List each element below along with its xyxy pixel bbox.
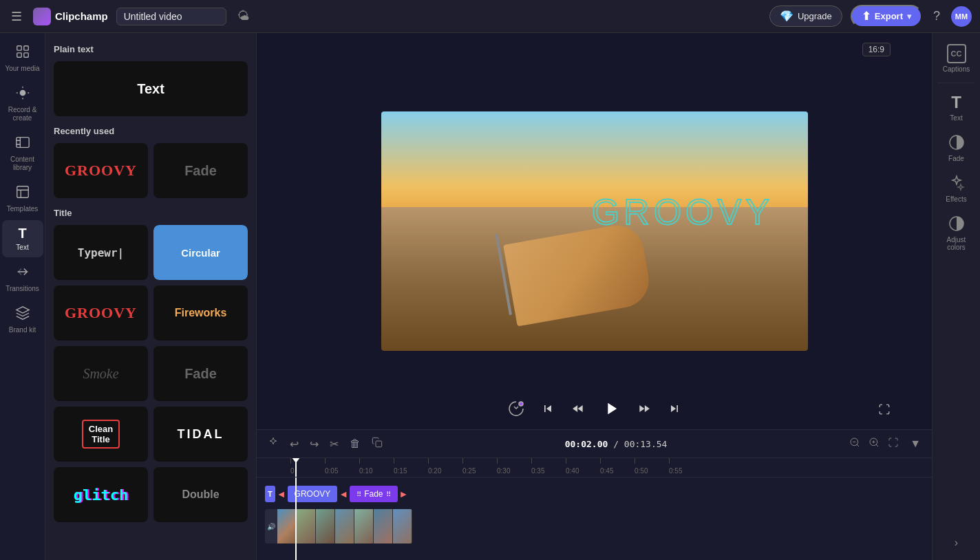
svg-rect-0 (17, 46, 21, 50)
fade-title-card[interactable]: Fade (153, 346, 248, 401)
fireworks-card[interactable]: Fireworks (153, 286, 248, 341)
timeline-ruler: 0 0:05 0:10 0:15 0:20 0:25 0:30 (257, 458, 932, 477)
timeline-time-display: 00:02.00 / 00:13.54 (391, 439, 841, 449)
preview-area: 16:9 GROOVY (257, 33, 932, 429)
redo-button[interactable]: ↪ (307, 436, 321, 452)
fit-to-screen-button[interactable] (885, 435, 902, 452)
left-arrow: ◄ (277, 488, 286, 499)
sidebar-item-label: Content library (5, 155, 41, 172)
templates-icon (15, 184, 30, 203)
svg-rect-2 (17, 53, 21, 57)
export-label: Export (875, 11, 903, 21)
export-dropdown-icon[interactable]: ▾ (907, 12, 911, 21)
export-icon: ⬆ (862, 10, 871, 23)
groovy-overlay-text: GROOVY (592, 191, 774, 233)
right-item-fade[interactable]: Fade (935, 129, 979, 168)
zoom-in-button[interactable] (866, 435, 882, 452)
weather-icon: 🌤 (237, 9, 250, 23)
glitch-card[interactable]: glitch (54, 467, 148, 522)
svg-rect-1 (23, 46, 28, 50)
logo-icon (33, 8, 51, 25)
sidebar-item-templates[interactable]: Templates (2, 179, 43, 219)
circular-label: Circular (181, 247, 220, 259)
clean-title-inner: CleanTitle (82, 420, 120, 449)
upgrade-button[interactable]: 💎 Upgrade (769, 6, 842, 27)
main-content: Your media Record & create Content libra… (0, 33, 980, 560)
groovy-title-card[interactable]: GROOVY (54, 286, 148, 341)
avatar[interactable]: MM (951, 6, 972, 27)
adjust-colors-icon (948, 215, 965, 234)
video-track: 🔊 (265, 509, 924, 548)
copy-button[interactable] (369, 435, 385, 452)
double-label: Double (182, 488, 219, 501)
sidebar-item-content-library[interactable]: Content library (2, 129, 43, 177)
delete-button[interactable]: 🗑 (347, 436, 363, 451)
tidal-label: TIDAL (178, 427, 224, 442)
clean-title-card[interactable]: CleanTitle (54, 407, 148, 462)
timeline-total-time: 00:13.54 (624, 439, 668, 449)
fade-title-label: Fade (184, 366, 217, 382)
sidebar-item-transitions[interactable]: Transitions (2, 259, 43, 299)
plain-text-card[interactable]: Text (54, 61, 248, 116)
skip-to-start-button[interactable] (538, 399, 557, 418)
captions-icon: CC (947, 44, 966, 63)
video-clip[interactable] (277, 509, 412, 543)
text-panel: ‹ Plain text Text Recently used GROOVY F… (45, 33, 257, 560)
right-collapse-button[interactable]: › (935, 531, 979, 554)
fullscreen-button[interactable] (878, 403, 891, 418)
fade-icon (948, 134, 965, 153)
fade-recent-card[interactable]: Fade (153, 143, 248, 198)
svg-point-4 (20, 90, 25, 95)
tidal-card[interactable]: TIDAL (153, 407, 248, 462)
svg-point-7 (519, 402, 523, 406)
aspect-ratio-badge[interactable]: 16:9 (862, 43, 891, 56)
fade-clip[interactable]: ⠿ Fade ⠿ (350, 486, 397, 502)
transitions-icon (15, 264, 30, 283)
smoke-card[interactable]: Smoke (54, 346, 148, 401)
circular-inner: Circular (153, 225, 248, 280)
help-icon[interactable]: ? (930, 6, 943, 26)
your-media-icon (15, 44, 30, 63)
text-icon: T (18, 226, 26, 241)
hamburger-menu[interactable]: ☰ (8, 6, 25, 27)
cut-button[interactable]: ✂ (327, 436, 341, 452)
video-track-icon: 🔊 (265, 509, 277, 543)
double-card[interactable]: Double (153, 467, 248, 522)
ai-enhance-button[interactable] (505, 398, 527, 420)
groovy-recent-card[interactable]: GROOVY (54, 143, 148, 198)
rewind-button[interactable] (568, 399, 588, 418)
fade-clip-drag-icon: ⠿ (356, 491, 361, 498)
right-item-adjust-colors[interactable]: Adjust colors (935, 210, 979, 257)
right-item-effects[interactable]: Effects (935, 169, 979, 208)
export-button[interactable]: ⬆ Export ▾ (851, 5, 922, 28)
magic-tool-button[interactable] (265, 435, 281, 452)
sidebar-item-brand-kit[interactable]: Brand kit (2, 300, 43, 340)
timeline-expand-button[interactable]: ▼ (907, 436, 924, 451)
forward-button[interactable] (635, 399, 654, 418)
fade-recent-label: Fade (184, 163, 217, 179)
text-type-icon: T (951, 93, 961, 112)
timeline-time-separator: / (613, 439, 624, 449)
plain-text-title: Plain text (54, 44, 248, 54)
content-library-icon (15, 135, 30, 153)
zoom-out-button[interactable] (846, 435, 863, 452)
svg-rect-3 (23, 53, 28, 57)
sidebar-item-your-media[interactable]: Your media (2, 39, 43, 78)
left-sidebar: Your media Record & create Content libra… (0, 33, 45, 560)
right-item-captions[interactable]: CC Captions (935, 39, 979, 78)
undo-button[interactable]: ↩ (287, 436, 301, 452)
recently-used-title: Recently used (54, 126, 248, 136)
sidebar-item-text[interactable]: T Text (2, 220, 43, 257)
playhead[interactable] (295, 458, 297, 477)
sidebar-item-record[interactable]: Record & create (2, 80, 43, 128)
play-button[interactable] (599, 396, 624, 421)
circular-card[interactable]: Circular (153, 225, 248, 280)
collapse-right-icon: › (955, 537, 958, 549)
typewriter-card[interactable]: Typewr| (54, 225, 148, 280)
sidebar-item-label: Brand kit (9, 326, 36, 334)
logo-text: Clipchamp (55, 10, 108, 22)
right-item-text[interactable]: T Text (935, 87, 979, 127)
video-title[interactable]: Untitled video (116, 8, 226, 25)
effects-label: Effects (946, 195, 966, 203)
skip-to-end-button[interactable] (665, 399, 684, 418)
